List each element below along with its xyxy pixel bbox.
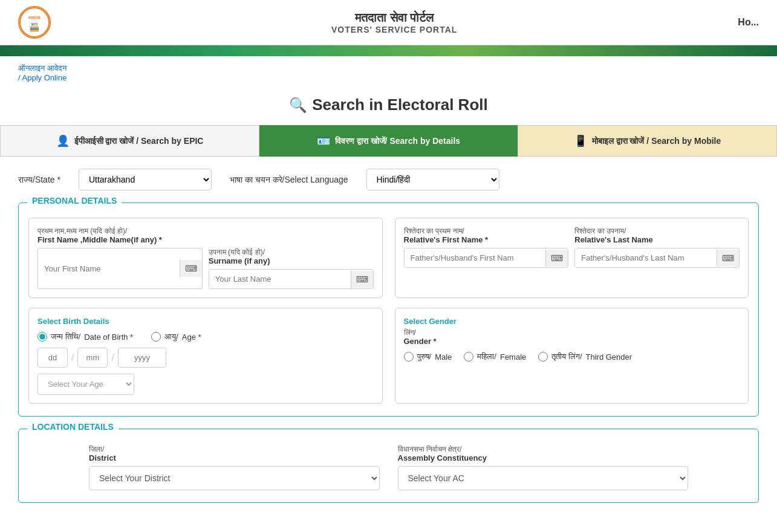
gender-third-label[interactable]: तृतीय लिंग/Third Gender <box>538 352 632 362</box>
state-language-row: राज्य/State * Uttarakhand भाषा का चयन कर… <box>18 169 759 190</box>
birth-options-row: जन्म तिथि/ Date of Birth * आयु/ Age * <box>37 332 374 342</box>
breadcrumb-line2[interactable]: / Apply Online <box>18 73 759 82</box>
gender-label-en: Gender * <box>404 337 740 346</box>
relative-firstname-input-wrapper: ⌨ <box>404 248 569 268</box>
personal-details-title: PERSONAL DETAILS <box>27 196 122 206</box>
gender-third-text-en: Third Gender <box>586 352 632 362</box>
relative-lastname-field: रिश्तेदार का उपनाम/ Relative's Last Name… <box>574 227 740 268</box>
name-fields-inner: ⌨ उपनाम (यदि कोई हो)/ Surname (if any) ⌨ <box>37 248 374 289</box>
lastname-label-hi: उपनाम (यदि कोई हो)/ <box>209 248 374 256</box>
firstname-label-en: First Name ,Middle Name(if any) * <box>37 235 374 244</box>
relative-lastname-label-en: Relative's Last Name <box>574 235 740 244</box>
logo-area: मतदाता ECI <box>18 6 51 39</box>
tab-mobile-icon: 📱 <box>574 134 587 148</box>
firstname-input-wrapper: ⌨ <box>37 248 203 289</box>
tab-epic[interactable]: 👤 ईपीआईसी द्वारा खोजें / Search by EPIC <box>0 125 259 157</box>
tab-details[interactable]: 🪪 विवरण द्वारा खोजें/ Search by Details <box>259 125 518 157</box>
dob-separator-1: / <box>71 352 74 363</box>
state-select[interactable]: Uttarakhand <box>79 169 212 190</box>
relative-firstname-keyboard-icon[interactable]: ⌨ <box>545 250 568 267</box>
gender-third-radio[interactable] <box>538 352 548 362</box>
birth-gender-grid: Select Birth Details जन्म तिथि/ Date of … <box>28 308 749 404</box>
ac-select[interactable]: Select Your AC <box>398 466 689 490</box>
relative-firstname-label-hi: रिश्तेदार का प्रथम नाम/ <box>404 227 569 235</box>
tab-mobile[interactable]: 📱 मोबाइल द्वारा खोजें / Search by Mobile <box>518 125 777 157</box>
dob-radio-label[interactable]: जन्म तिथि/ Date of Birth * <box>37 332 133 342</box>
tab-epic-icon: 👤 <box>56 134 70 148</box>
personal-grid: प्रथम नाम,मध्य नाम (यदि कोई हो)/ First N… <box>28 218 749 298</box>
language-select[interactable]: Hindi/हिंदी <box>366 169 499 190</box>
relative-firstname-field: रिश्तेदार का प्रथम नाम/ Relative's First… <box>404 227 569 268</box>
relative-lastname-input[interactable] <box>575 248 717 267</box>
tab-mobile-label: मोबाइल द्वारा खोजें / Search by Mobile <box>592 136 721 146</box>
header: मतदाता ECI मतदाता सेवा पोर्टल VOTERS' SE… <box>0 0 777 45</box>
dob-radio[interactable] <box>37 332 47 342</box>
gender-female-label[interactable]: महिला/Female <box>464 352 526 362</box>
search-title-bar: 🔍 Search in Electoral Roll <box>0 89 777 125</box>
district-field: जिला/ District Select Your District <box>89 445 380 490</box>
firstname-keyboard-icon[interactable]: ⌨ <box>180 260 202 277</box>
gender-options: पुरुष/Male महिला/Female तृतीय लिंग/Third… <box>404 352 740 362</box>
dob-label-hi: जन्म तिथि/ <box>51 332 80 342</box>
relative-fields-inner: रिश्तेदार का प्रथम नाम/ Relative's First… <box>404 227 740 268</box>
gender-box: Select Gender लिंग/ Gender * पुरुष/Male … <box>395 308 749 404</box>
banner <box>0 45 777 56</box>
lastname-keyboard-icon[interactable]: ⌨ <box>351 271 373 288</box>
age-radio-label[interactable]: आयु/ Age * <box>151 332 201 342</box>
breadcrumb-line1[interactable]: ऑनलाइन आवेदन <box>18 63 759 73</box>
lastname-input[interactable] <box>209 270 351 288</box>
gender-label-hi: लिंग/ <box>404 328 740 337</box>
location-grid: जिला/ District Select Your District विधा… <box>28 445 749 490</box>
dob-mm-input[interactable] <box>77 348 108 368</box>
svg-rect-5 <box>30 30 39 31</box>
dob-yyyy-input[interactable] <box>118 348 166 368</box>
location-details-section: LOCATION DETAILS जिला/ District Select Y… <box>18 429 759 503</box>
dob-separator-2: / <box>111 352 114 363</box>
svg-text:मतदाता: मतदाता <box>28 16 41 20</box>
nav-home[interactable]: Ho... <box>738 17 759 28</box>
form-area: राज्य/State * Uttarakhand भाषा का चयन कर… <box>0 157 777 527</box>
relative-fields-box: रिश्तेदार का प्रथम नाम/ Relative's First… <box>395 218 749 298</box>
language-label: भाषा का चयन करे/Select Language <box>230 175 348 185</box>
ac-label-en: Assembly Constituency <box>398 453 689 462</box>
search-icon: 🔍 <box>289 97 307 114</box>
lastname-label-en: Surname (if any) <box>209 256 374 265</box>
svg-rect-4 <box>30 28 39 30</box>
dob-label-en: Date of Birth * <box>84 332 133 342</box>
relative-firstname-input[interactable] <box>405 248 546 267</box>
state-label: राज्य/State * <box>18 175 60 185</box>
age-label-en: Age * <box>182 332 201 342</box>
gender-female-radio[interactable] <box>464 352 473 362</box>
tab-bar: 👤 ईपीआईसी द्वारा खोजें / Search by EPIC … <box>0 125 777 157</box>
district-label-hi: जिला/ <box>89 445 380 453</box>
logo-icon: मतदाता ECI <box>18 6 51 39</box>
gender-male-label[interactable]: पुरुष/Male <box>404 352 452 362</box>
tab-details-label: विवरण द्वारा खोजें/ Search by Details <box>335 136 460 146</box>
dob-fields: / / <box>37 348 374 368</box>
tab-details-icon: 🪪 <box>317 134 330 148</box>
ac-label-hi: विधानसभा निर्वाचन क्षेत्र/ <box>398 445 689 453</box>
firstname-input[interactable] <box>38 259 180 278</box>
district-label-en: District <box>89 453 380 462</box>
gender-male-radio[interactable] <box>404 352 414 362</box>
search-title: Search in Electoral Roll <box>312 96 487 114</box>
portal-name-hindi: मतदाता सेवा पोर्टल <box>51 11 738 25</box>
gender-female-text-hi: महिला/ <box>477 352 496 362</box>
birth-details-box: Select Birth Details जन्म तिथि/ Date of … <box>28 308 383 404</box>
gender-male-text-hi: पुरुष/ <box>417 352 432 362</box>
name-fields-box: प्रथम नाम,मध्य नाम (यदि कोई हो)/ First N… <box>28 218 383 298</box>
lastname-input-wrapper: ⌨ <box>209 269 374 289</box>
age-radio[interactable] <box>151 332 161 342</box>
tab-epic-label: ईपीआईसी द्वारा खोजें / Search by EPIC <box>74 136 204 146</box>
dob-dd-input[interactable] <box>37 348 68 368</box>
portal-name-english: VOTERS' SERVICE PORTAL <box>51 25 738 34</box>
svg-rect-3 <box>30 27 39 28</box>
birth-details-title: Select Birth Details <box>37 317 374 326</box>
age-select[interactable]: Select Your Age <box>37 374 134 395</box>
relative-firstname-label-en: Relative's First Name * <box>404 235 569 244</box>
location-details-title: LOCATION DETAILS <box>27 422 119 432</box>
age-select-wrap: Select Your Age <box>37 374 374 395</box>
age-label-hi: आयु/ <box>164 332 178 342</box>
relative-lastname-keyboard-icon[interactable]: ⌨ <box>717 250 739 267</box>
district-select[interactable]: Select Your District <box>89 466 380 490</box>
